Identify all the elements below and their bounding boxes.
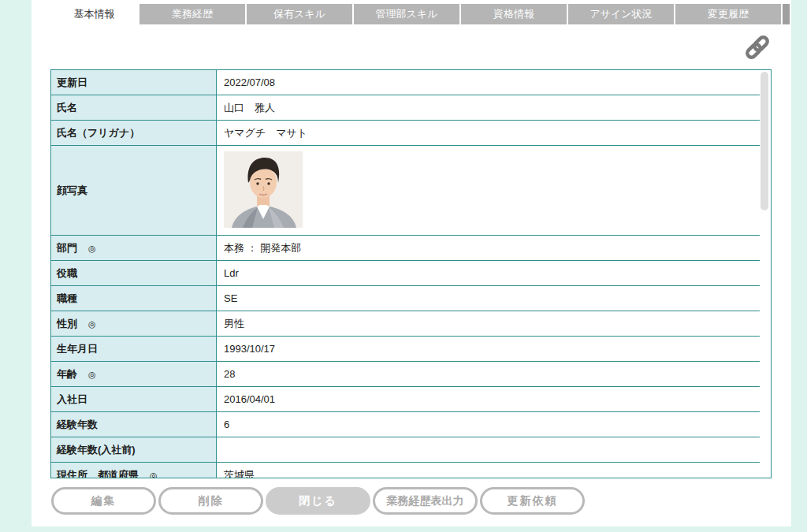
field-value: 1993/10/17: [217, 337, 761, 362]
field-value: ヤマグチ マサト: [217, 121, 761, 146]
field-label-text: 経験年数(入社前): [57, 444, 136, 456]
table-row: 性別◎男性: [51, 311, 761, 337]
field-label: 年齢◎: [51, 362, 217, 387]
field-label: 入社日: [51, 387, 217, 412]
tab-work-history[interactable]: 業務経歴: [139, 4, 245, 24]
table-row: 入社日2016/04/01: [51, 387, 761, 412]
table-row: 生年月日1993/10/17: [51, 337, 761, 362]
tab-owned-skills[interactable]: 保有スキル: [247, 4, 352, 24]
field-label: 職種: [51, 286, 217, 311]
field-label: 現住所 都道府県◎: [51, 463, 217, 479]
permalink-chain-icon[interactable]: [743, 33, 772, 61]
field-label-text: 顔写真: [57, 184, 87, 196]
field-value: 28: [217, 362, 761, 387]
field-value: Ldr: [217, 261, 761, 286]
required-marker: ◎: [88, 370, 96, 379]
field-label-text: 氏名（フリガナ）: [57, 127, 139, 139]
field-label-text: 更新日: [57, 76, 87, 88]
field-value: 山口 雅人: [217, 95, 761, 121]
field-label: 性別◎: [51, 311, 217, 337]
field-label-text: 性別: [57, 318, 77, 329]
field-value: 2016/04/01: [217, 387, 761, 412]
table-row: 年齢◎28: [51, 362, 761, 387]
employee-info-rows: 更新日2022/07/08氏名山口 雅人氏名（フリガナ）ヤマグチ マサト顔写真 …: [51, 70, 761, 479]
table-row: 経験年数(入社前): [51, 437, 761, 463]
employee-photo: [224, 151, 303, 228]
close-button[interactable]: 閉じる: [266, 487, 370, 515]
table-row: 氏名（フリガナ）ヤマグチ マサト: [51, 121, 761, 146]
scrollbar-track[interactable]: [760, 70, 769, 478]
field-label: 顔写真: [51, 146, 217, 236]
table-row: 経験年数6: [51, 412, 761, 437]
field-label: 経験年数: [51, 412, 217, 437]
table-row: 更新日2022/07/08: [51, 70, 761, 95]
tab-basic-info[interactable]: 基本情報: [50, 4, 138, 24]
field-label-text: 経験年数: [57, 419, 98, 430]
content-panel: 基本情報業務経歴保有スキル管理部スキル資格情報アサイン状況変更履歴 更新日202…: [32, 0, 791, 526]
employee-info-table: 更新日2022/07/08氏名山口 雅人氏名（フリガナ）ヤマグチ マサト顔写真 …: [50, 69, 761, 478]
field-label-text: 現住所 都道府県: [57, 469, 139, 479]
field-value: 男性: [217, 311, 761, 337]
field-label: 経験年数(入社前): [51, 437, 217, 463]
table-row: 顔写真: [51, 146, 761, 236]
field-value: 2022/07/08: [217, 70, 761, 95]
action-button-bar: 編集削除閉じる業務経歴表出力更新依頼: [51, 487, 585, 515]
table-row: 部門◎本務 ： 開発本部: [51, 236, 761, 261]
tab-overflow-stub: [783, 4, 790, 24]
employee-info-table-container: 更新日2022/07/08氏名山口 雅人氏名（フリガナ）ヤマグチ マサト顔写真 …: [50, 69, 772, 478]
tab-bar: 基本情報業務経歴保有スキル管理部スキル資格情報アサイン状況変更履歴: [50, 4, 790, 24]
field-label-text: 氏名: [57, 102, 77, 113]
field-value: 6: [217, 412, 761, 437]
export-history-button[interactable]: 業務経歴表出力: [373, 487, 478, 515]
tab-assign-status[interactable]: アサイン状況: [568, 4, 674, 24]
table-row: 役職Ldr: [51, 261, 761, 286]
field-label-text: 職種: [57, 292, 77, 304]
tab-qualifications[interactable]: 資格情報: [461, 4, 567, 24]
field-label: 役職: [51, 261, 217, 286]
field-label: 氏名（フリガナ）: [51, 121, 217, 146]
tab-admin-skills[interactable]: 管理部スキル: [354, 4, 459, 24]
field-value: [217, 437, 761, 463]
field-value: 茨城県: [217, 463, 761, 479]
table-row: 職種SE: [51, 286, 761, 311]
field-label: 生年月日: [51, 337, 217, 362]
table-row: 現住所 都道府県◎茨城県: [51, 463, 761, 479]
update-request-button[interactable]: 更新依頼: [480, 487, 585, 515]
field-value: SE: [217, 286, 761, 311]
field-label-text: 生年月日: [57, 343, 98, 355]
field-label-text: 年齢: [57, 368, 77, 380]
required-marker: ◎: [88, 244, 96, 253]
scrollbar-thumb[interactable]: [761, 72, 768, 210]
field-label: 氏名: [51, 95, 217, 121]
field-value: 本務 ： 開発本部: [217, 236, 761, 261]
field-label-text: 役職: [57, 267, 77, 279]
field-label-text: 部門: [57, 242, 77, 254]
field-label-text: 入社日: [57, 393, 87, 405]
required-marker: ◎: [150, 471, 158, 479]
field-value: [217, 146, 761, 236]
field-label: 更新日: [51, 70, 217, 95]
delete-button[interactable]: 削除: [158, 487, 263, 515]
edit-button[interactable]: 編集: [51, 487, 156, 515]
tab-change-history[interactable]: 変更履歴: [675, 4, 781, 24]
required-marker: ◎: [88, 319, 96, 329]
field-label: 部門◎: [51, 236, 217, 261]
table-row: 氏名山口 雅人: [51, 95, 761, 121]
